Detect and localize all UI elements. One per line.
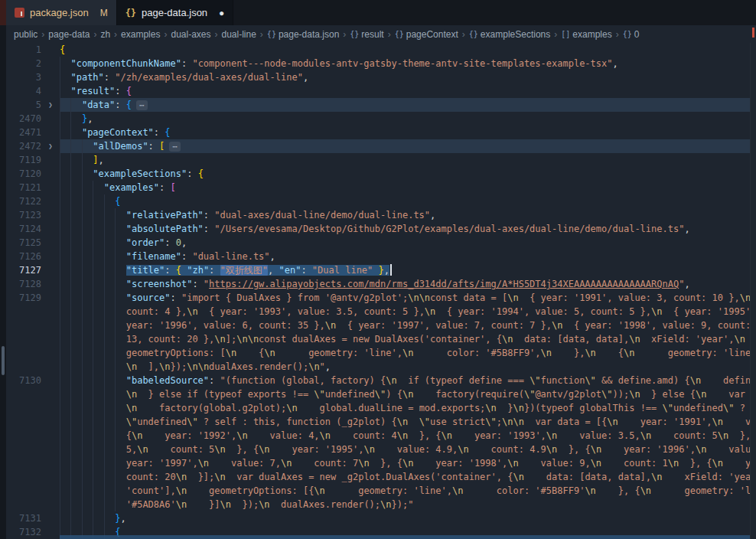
code-text[interactable]: { <box>60 194 756 208</box>
code-line-wrap[interactable]: {\n year: '1992',\n value: 4,\n count: 4… <box>6 429 756 443</box>
line-number[interactable] <box>6 346 41 360</box>
code-text[interactable]: ], <box>60 153 756 167</box>
code-text[interactable]: "data": {⋯ <box>60 98 756 112</box>
line-number[interactable]: 4 <box>6 84 41 98</box>
code-line-7122[interactable]: 7122 { <box>6 194 756 208</box>
line-number[interactable] <box>6 387 41 401</box>
line-number[interactable]: 7130 <box>6 374 41 387</box>
code-line-wrap[interactable]: \"undefined\" ? self : this, function (_… <box>6 415 756 429</box>
code-text[interactable]: { <box>60 43 756 57</box>
code-text[interactable]: year: '1997',\n value: 7,\n count: 7\n }… <box>60 456 756 470</box>
line-number[interactable]: 7120 <box>6 167 41 181</box>
code-area[interactable]: 1{2 "componentChunkName": "component---n… <box>6 43 756 539</box>
code-line-wrap[interactable]: \n } else if (typeof exports !== \"undef… <box>6 387 756 401</box>
code-line-wrap[interactable]: 5,\n count: 5\n }, {\n year: '1995',\n v… <box>6 443 756 456</box>
code-line-7130[interactable]: 7130 "babeledSource": "(function (global… <box>6 374 756 387</box>
line-number[interactable] <box>6 429 41 443</box>
code-text[interactable]: "screenshot": "https://gw.alipayobjects.… <box>60 277 756 291</box>
code-line-7119[interactable]: 7119 ], <box>6 153 756 167</box>
line-number[interactable]: 5 <box>6 98 41 112</box>
line-number[interactable]: 7122 <box>6 194 41 208</box>
line-number[interactable] <box>6 401 41 415</box>
code-line-5[interactable]: 5❯ "data": {⋯ <box>6 98 756 112</box>
code-text[interactable]: "componentChunkName": "component---node-… <box>60 57 756 70</box>
code-line-7120[interactable]: 7120 "exampleSections": { <box>6 167 756 181</box>
code-text[interactable]: "exampleSections": { <box>60 167 756 181</box>
line-number[interactable] <box>6 498 41 511</box>
code-line-wrap[interactable]: count: 4 },\n { year: '1993', value: 3.5… <box>6 305 756 318</box>
code-line-7131[interactable]: 7131 }, <box>6 511 756 525</box>
folded-code-ellipsis[interactable]: ⋯ <box>136 100 148 110</box>
line-number[interactable]: 7132 <box>6 525 41 539</box>
code-line-wrap[interactable]: geometryOptions: [\n {\n geometry: 'line… <box>6 346 756 360</box>
line-number[interactable] <box>6 332 41 346</box>
code-line-7124[interactable]: 7124 "absolutePath": "/Users/evesama/Des… <box>6 222 756 236</box>
breadcrumb-item-pagecontext[interactable]: {}pageContext <box>395 29 458 40</box>
breadcrumb-item-dual-line[interactable]: dual-line <box>221 29 256 40</box>
line-number[interactable]: 7131 <box>6 511 41 525</box>
line-number[interactable]: 7129 <box>6 291 41 305</box>
code-text[interactable]: }, <box>60 511 756 525</box>
code-line-2470[interactable]: 2470 }, <box>6 112 756 126</box>
code-line-2[interactable]: 2 "componentChunkName": "component---nod… <box>6 57 756 70</box>
line-number[interactable]: 2470 <box>6 112 41 126</box>
code-text[interactable]: count: 20\n }];\n var dualAxes = new _g2… <box>60 470 756 484</box>
line-number[interactable] <box>6 443 41 456</box>
code-text[interactable]: "order": 0, <box>60 236 756 250</box>
code-text[interactable]: "pageContext": { <box>60 126 756 139</box>
code-line-7126[interactable]: 7126 "filename": "dual-line.ts", <box>6 250 756 263</box>
code-line-2472[interactable]: 2472❯ "allDemos": [⋯ <box>6 139 756 153</box>
breadcrumb-item-dual-axes[interactable]: dual-axes <box>171 29 210 40</box>
line-number[interactable]: 3 <box>6 70 41 84</box>
code-text[interactable]: 5,\n count: 5\n }, {\n year: '1995',\n v… <box>60 443 756 456</box>
line-number[interactable]: 2472 <box>6 139 41 153</box>
line-number[interactable]: 7127 <box>6 263 41 277</box>
code-text[interactable]: "examples": [ <box>60 181 756 194</box>
code-text[interactable]: "babeledSource": "(function (global, fac… <box>60 374 756 387</box>
dirty-dot-icon[interactable]: ● <box>213 8 224 18</box>
fold-chevron-icon[interactable]: ❯ <box>41 139 60 153</box>
code-line-7121[interactable]: 7121 "examples": [ <box>6 181 756 194</box>
code-text[interactable]: 13, count: 20 },\n];\n\nconst dualAxes =… <box>60 332 756 346</box>
line-number[interactable] <box>6 415 41 429</box>
code-text[interactable]: "result": { <box>60 84 756 98</box>
code-text[interactable]: \"undefined\" ? self : this, function (_… <box>60 415 756 429</box>
line-number[interactable] <box>6 470 41 484</box>
code-text[interactable]: {\n year: '1992',\n value: 4,\n count: 4… <box>60 429 756 443</box>
line-number[interactable] <box>6 484 41 498</box>
overview-ruler[interactable] <box>750 43 756 539</box>
code-line-2471[interactable]: 2471 "pageContext": { <box>6 126 756 139</box>
left-scrollbar-thumb[interactable] <box>2 346 5 375</box>
code-text[interactable]: "source": "import { DualAxes } from '@an… <box>60 291 756 305</box>
code-line-3[interactable]: 3 "path": "/zh/examples/dual-axes/dual-l… <box>6 70 756 84</box>
code-text[interactable]: }, <box>60 112 756 126</box>
line-number[interactable]: 2471 <box>6 126 41 139</box>
code-text[interactable]: year: '1996', value: 6, count: 35 },\n {… <box>60 318 756 332</box>
code-text[interactable]: "title": { "zh": "双折线图", "en": "Dual lin… <box>60 263 756 277</box>
code-editor[interactable]: 1{2 "componentChunkName": "component---n… <box>6 43 756 539</box>
code-line-7127[interactable]: 7127 "title": { "zh": "双折线图", "en": "Dua… <box>6 263 756 277</box>
breadcrumb-item-examplesections[interactable]: {}exampleSections <box>469 29 550 40</box>
breadcrumb-item-page-data-json[interactable]: {}page-data.json <box>267 29 339 40</box>
code-text[interactable]: "relativePath": "dual-axes/dual-line/dem… <box>60 208 756 222</box>
line-number[interactable] <box>6 318 41 332</box>
code-text[interactable]: '#5AD8A6'\n }]\n });\n dualAxes.render()… <box>60 498 756 511</box>
code-line-wrap[interactable]: 13, count: 20 },\n];\n\nconst dualAxes =… <box>6 332 756 346</box>
line-number[interactable]: 7125 <box>6 236 41 250</box>
code-text[interactable]: 'count'],\n geometryOptions: [{\n geomet… <box>60 484 756 498</box>
code-line-7129[interactable]: 7129 "source": "import { DualAxes } from… <box>6 291 756 305</box>
line-number[interactable]: 7123 <box>6 208 41 222</box>
line-number[interactable] <box>6 360 41 374</box>
code-line-1[interactable]: 1{ <box>6 43 756 57</box>
line-number[interactable]: 7126 <box>6 250 41 263</box>
line-number[interactable]: 1 <box>6 43 41 57</box>
line-number[interactable]: 2 <box>6 57 41 70</box>
folded-code-ellipsis[interactable]: ⋯ <box>169 142 181 152</box>
tab-package-json[interactable]: package.json M <box>6 0 117 25</box>
code-line-wrap[interactable]: \n ],\n});\n\ndualAxes.render();\n", <box>6 360 756 374</box>
breadcrumb-item-result[interactable]: {}result <box>350 29 383 40</box>
code-text[interactable]: "filename": "dual-line.ts", <box>60 250 756 263</box>
code-text[interactable]: "path": "/zh/examples/dual-axes/dual-lin… <box>60 70 756 84</box>
line-number[interactable]: 7128 <box>6 277 41 291</box>
breadcrumb-item-examples[interactable]: []examples <box>561 29 611 40</box>
